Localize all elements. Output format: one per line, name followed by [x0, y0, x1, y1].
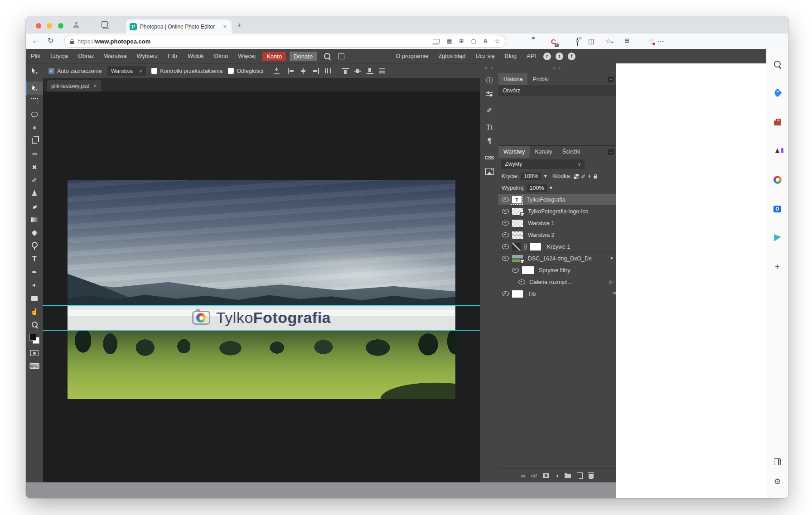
add-mask-icon[interactable] [543, 473, 549, 478]
auto-select-checkbox[interactable]: ✓ [48, 68, 54, 74]
sidebar-drop-icon[interactable] [773, 233, 783, 243]
lock-transparency-icon[interactable] [574, 174, 579, 179]
brush-tool[interactable]: ✐ [26, 173, 43, 187]
browser-essentials-icon[interactable]: ♡ [648, 39, 654, 45]
link-layers-icon[interactable]: ∞ [521, 472, 525, 479]
visibility-eye-icon[interactable] [502, 209, 509, 214]
smart-filters-mask-thumbnail[interactable] [522, 266, 534, 274]
layer-row-logo-ico[interactable]: TylkoFotografia-logo-ico [498, 206, 616, 217]
visibility-eye-icon[interactable] [512, 268, 519, 273]
canvas-area[interactable]: TylkoFotografia [43, 91, 480, 482]
layer-mask-thumbnail[interactable] [530, 243, 541, 250]
photo-smart-object-thumbnail[interactable] [512, 255, 523, 262]
sidebar-shopping-icon[interactable] [773, 88, 783, 98]
opacity-dropdown-arrow[interactable]: ▼ [543, 174, 547, 178]
keyboard-shortcuts-button[interactable]: ⌨ [26, 360, 43, 373]
guide-line-bottom[interactable] [43, 330, 480, 331]
tab-historia[interactable]: Historia [498, 73, 527, 85]
sidebar-tools-icon[interactable] [773, 117, 783, 127]
tab-groups-icon[interactable] [103, 23, 109, 29]
filter-settings-icon[interactable]: ◎ [609, 279, 613, 284]
menu-warstwa[interactable]: Warstwa [99, 49, 131, 63]
layer-row-krzywe[interactable]: Krzywe 1 [498, 241, 616, 253]
lasso-tool[interactable] [26, 108, 43, 121]
color-swatches[interactable] [26, 331, 43, 347]
healing-tool[interactable]: ✚ [26, 160, 43, 173]
favorite-star-icon[interactable]: ☆ [494, 38, 500, 45]
extensions-icon[interactable] [577, 38, 578, 46]
fullscreen-icon[interactable] [338, 53, 344, 59]
split-screen-icon[interactable]: ◫ [588, 37, 594, 45]
donate-button[interactable]: Donate [290, 52, 317, 61]
menu-plik[interactable]: Plik [26, 49, 45, 63]
photo-document[interactable]: TylkoFotografia [68, 180, 455, 399]
tab-kanaly[interactable]: Kanały [530, 146, 557, 158]
extension-with-badge-icon[interactable]: C1 [551, 38, 556, 45]
maximize-window-button[interactable] [58, 23, 63, 29]
browser-tab[interactable]: P Photopea | Online Photo Editor × [126, 19, 232, 34]
menu-wybierz[interactable]: Wybierz [131, 49, 163, 63]
new-group-icon[interactable] [565, 474, 571, 478]
sidebar-settings-icon[interactable]: ⚙ [773, 476, 783, 486]
reader-icon[interactable]: ▢ [471, 38, 476, 44]
adjustments-panel-button[interactable] [480, 87, 498, 101]
link-blog[interactable]: Blog [500, 49, 522, 63]
fill-value[interactable]: 100% [527, 184, 547, 192]
character-panel-button[interactable]: Tt [480, 120, 498, 134]
align-middle-icon[interactable] [354, 68, 361, 74]
read-aloud-icon[interactable]: A [483, 38, 488, 44]
align-bottom-icon[interactable] [367, 68, 373, 74]
blur-tool[interactable] [26, 226, 43, 239]
info-panel-button[interactable]: ⓘ [480, 73, 498, 87]
guide-line-top[interactable] [43, 305, 480, 306]
tab-sciezki[interactable]: Ścieżki [557, 146, 585, 158]
menu-wiecej[interactable]: Więcej [233, 49, 261, 63]
visibility-eye-icon[interactable] [502, 256, 509, 261]
layer-row-tlo[interactable]: Tło [498, 288, 616, 300]
collections-icon[interactable]: ⊞ [624, 37, 629, 44]
align-right-icon[interactable] [312, 68, 319, 74]
eyedropper-tool[interactable]: ✑ [26, 147, 43, 160]
target-select[interactable]: Warstwa∨ [107, 66, 146, 76]
sidebar-search-icon[interactable] [773, 59, 783, 69]
paragraph-panel-button[interactable]: ¶ [480, 134, 498, 148]
new-layer-icon[interactable] [577, 472, 583, 479]
layer-row-sprytne-filtry[interactable]: Sprytne filtry [498, 265, 616, 276]
more-menu-icon[interactable]: ⋯ [657, 37, 664, 45]
document-tab[interactable]: plik-testowy.psd × [47, 80, 101, 91]
distances-checkbox[interactable] [228, 68, 234, 74]
align-center-h-icon[interactable] [300, 68, 307, 74]
dodge-tool[interactable] [26, 239, 43, 252]
visibility-eye-icon[interactable] [502, 291, 509, 296]
crop-tool[interactable] [26, 134, 43, 147]
collections-add-icon[interactable]: ⊞ [459, 38, 464, 44]
sidebar-panel-icon[interactable] [773, 457, 783, 467]
send-to-device-icon[interactable] [433, 39, 440, 43]
blend-mode-select[interactable]: Zwykły∨ [501, 159, 585, 169]
sidebar-outlook-icon[interactable]: O [773, 204, 783, 214]
text-layer-thumbnail[interactable]: T [512, 196, 522, 203]
magic-wand-tool[interactable]: ✶ [26, 121, 43, 134]
sidebar-games-icon[interactable]: ♟ [773, 146, 783, 156]
path-select-tool[interactable]: ➤ [26, 279, 43, 292]
menu-okno[interactable]: Okno [209, 49, 233, 63]
move-tool[interactable] [26, 82, 43, 95]
qr-code-icon[interactable]: ▦ [447, 38, 452, 44]
smart-filters-expander[interactable]: ▼ [607, 253, 616, 264]
clone-stamp-tool[interactable]: ♟ [26, 187, 43, 200]
marquee-tool[interactable] [26, 95, 43, 108]
new-tab-button[interactable]: + [237, 21, 242, 30]
quick-mask-tool[interactable] [26, 347, 43, 360]
rectangle-tool[interactable] [26, 292, 43, 305]
minimize-window-button[interactable] [47, 23, 52, 29]
smart-object-thumbnail[interactable] [512, 208, 523, 215]
foreground-color-swatch[interactable] [29, 334, 36, 341]
lock-paint-icon[interactable]: ✐ [581, 173, 585, 180]
layer-row-galeria-rozmyc[interactable]: Galeria rozmyć... ◎ [498, 276, 616, 288]
layer-effects-icon[interactable]: eff [531, 473, 536, 478]
layer-row-tylkofotografia[interactable]: T TylkoFotografia [498, 194, 616, 206]
strip-collapse-handle[interactable]: < > [485, 63, 493, 73]
gradient-tool[interactable] [26, 213, 43, 226]
history-panel-menu-icon[interactable]: ▪ [608, 77, 614, 82]
link-zglos-blad[interactable]: Zgłoś błąd [433, 49, 470, 63]
